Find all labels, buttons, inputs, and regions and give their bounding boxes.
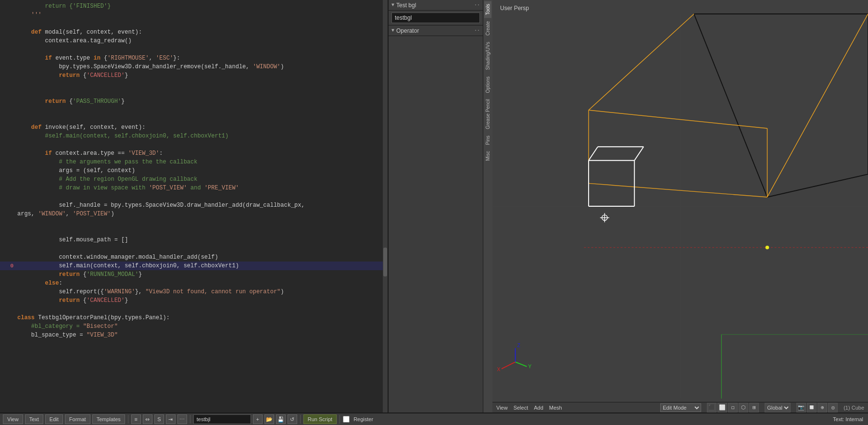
- code-line[interactable]: [0, 140, 388, 149]
- register-checkbox[interactable]: [343, 416, 350, 423]
- code-line[interactable]: [0, 88, 388, 97]
- run-script-btn[interactable]: Run Script: [303, 414, 337, 424]
- code-line[interactable]: bl_space_type = "VIEW_3D": [0, 331, 388, 339]
- panel-options-btn[interactable]: ··: [474, 2, 480, 8]
- line-code[interactable]: args = (self, context): [17, 167, 386, 174]
- vp-select-btn[interactable]: Select: [514, 405, 528, 411]
- operator-options-btn[interactable]: ··: [474, 28, 480, 33]
- code-line[interactable]: else:: [0, 279, 388, 288]
- indent-btn[interactable]: ⇥: [166, 414, 176, 424]
- scrollbar-thumb[interactable]: [383, 248, 387, 276]
- line-code[interactable]: context.area.tag_redraw(): [17, 38, 386, 44]
- code-line[interactable]: [0, 227, 388, 236]
- reload-btn[interactable]: ↺: [288, 414, 297, 424]
- format-menu-btn[interactable]: Format: [65, 414, 90, 424]
- line-code[interactable]: ''': [17, 12, 386, 18]
- code-line[interactable]: return {'FINISHED'}: [0, 2, 388, 11]
- vtab-tools[interactable]: Tools: [484, 1, 491, 18]
- viewport-3d[interactable]: User Persp: [492, 0, 868, 412]
- code-line[interactable]: if context.area.type == 'VIEW_3D':: [0, 149, 388, 158]
- code-line[interactable]: self.mouse_path = []: [0, 236, 388, 244]
- code-line[interactable]: return {'CANCELLED'}: [0, 296, 388, 305]
- word-wrap-btn[interactable]: ⇔: [143, 414, 152, 424]
- line-code[interactable]: #bl_category = "Bisector": [17, 323, 386, 330]
- code-line[interactable]: # draw in view space with 'POST_VIEW' an…: [0, 184, 388, 192]
- open-file-btn[interactable]: 📂: [264, 414, 274, 424]
- line-code[interactable]: context.window_manager.modal_handler_add…: [17, 254, 386, 261]
- vp-icon-3[interactable]: ◻: [728, 403, 738, 412]
- code-line[interactable]: if event.type in {'RIGHTMOUSE', 'ESC'}:: [0, 54, 388, 62]
- vp-global-select[interactable]: Global Local: [765, 403, 791, 412]
- code-line[interactable]: class TestbglOperatorPanel(bpy.types.Pan…: [0, 313, 388, 322]
- vtab-options[interactable]: Options: [484, 74, 491, 96]
- code-line[interactable]: [0, 19, 388, 28]
- vtab-shading-uvs[interactable]: Shading/UVs: [484, 39, 491, 73]
- code-editor[interactable]: return {'FINISHED'} ''' def modal(self, …: [0, 0, 389, 412]
- code-line[interactable]: self._handle = bpy.types.SpaceView3D.dra…: [0, 201, 388, 210]
- vp-mesh-btn[interactable]: Mesh: [549, 405, 562, 411]
- code-line[interactable]: ''': [0, 11, 388, 19]
- text-menu-btn[interactable]: Text: [25, 414, 43, 424]
- line-code[interactable]: self.mouse_path = []: [17, 237, 386, 243]
- edit-menu-btn[interactable]: Edit: [45, 414, 63, 424]
- filename-input[interactable]: [193, 414, 251, 424]
- code-line[interactable]: 0 self.main(context, self.chboxjoin0, se…: [0, 262, 388, 270]
- line-code[interactable]: self.report({'WARNING'}, "View3D not fou…: [17, 288, 386, 295]
- line-code[interactable]: if context.area.type == 'VIEW_3D':: [17, 150, 386, 157]
- line-code[interactable]: return {'RUNNING_MODAL'}: [17, 271, 386, 278]
- code-scrollbar[interactable]: [383, 0, 388, 412]
- code-line[interactable]: context.area.tag_redraw(): [0, 37, 388, 45]
- code-line[interactable]: self.report({'WARNING'}, "View3D not fou…: [0, 288, 388, 296]
- code-line[interactable]: return {'CANCELLED'}: [0, 71, 388, 80]
- syntax-btn[interactable]: S: [154, 414, 164, 424]
- operator-collapse-arrow[interactable]: ▼: [391, 28, 394, 33]
- line-code[interactable]: self.main(context, self.chboxjoin0, self…: [17, 262, 386, 269]
- line-code[interactable]: bpy.types.SpaceView3D.draw_handler_remov…: [17, 63, 386, 70]
- line-code[interactable]: # Add the region OpenGL drawing callback: [17, 176, 386, 183]
- vtab-misc[interactable]: Misc: [484, 148, 491, 164]
- line-code[interactable]: if event.type in {'RIGHTMOUSE', 'ESC'}:: [17, 55, 386, 62]
- vp-icon-4[interactable]: ⬡: [739, 403, 748, 412]
- code-line[interactable]: def invoke(self, context, event):: [0, 123, 388, 132]
- line-code[interactable]: #self.main(context, self.chboxjoin0, sel…: [17, 133, 386, 139]
- code-line[interactable]: args = (self, context): [0, 166, 388, 175]
- code-line[interactable]: # the arguments we pass the the callback: [0, 158, 388, 166]
- vp-icon-1[interactable]: ⬛: [707, 403, 717, 412]
- vp-snap-icon[interactable]: ⊕: [818, 403, 827, 412]
- code-content[interactable]: return {'FINISHED'} ''' def modal(self, …: [0, 0, 388, 412]
- code-line[interactable]: def modal(self, context, event):: [0, 28, 388, 37]
- vtab-create[interactable]: Create: [484, 18, 491, 38]
- new-file-btn[interactable]: +: [253, 414, 263, 424]
- code-line[interactable]: [0, 114, 388, 123]
- line-code[interactable]: args, 'WINDOW', 'POST_VIEW'): [17, 211, 386, 217]
- name-input[interactable]: [391, 12, 480, 23]
- line-code[interactable]: self._handle = bpy.types.SpaceView3D.dra…: [17, 202, 386, 209]
- line-code[interactable]: class TestbglOperatorPanel(bpy.types.Pan…: [17, 314, 386, 321]
- line-code[interactable]: # the arguments we pass the the callback: [17, 159, 386, 165]
- line-code[interactable]: return {'CANCELLED'}: [17, 72, 386, 79]
- panel-collapse-arrow[interactable]: ▼: [391, 2, 394, 8]
- extra-btn[interactable]: ⋯: [177, 414, 187, 424]
- code-line[interactable]: return {'PASS_THROUGH'}: [0, 97, 388, 106]
- vp-camera-icon[interactable]: 📷: [796, 403, 806, 412]
- line-code[interactable]: return {'CANCELLED'}: [17, 297, 386, 304]
- vp-view-btn[interactable]: View: [496, 405, 508, 411]
- code-line[interactable]: # Add the region OpenGL drawing callback: [0, 175, 388, 184]
- code-line[interactable]: [0, 192, 388, 201]
- vp-add-btn[interactable]: Add: [534, 405, 543, 411]
- vp-render-icon[interactable]: 🔲: [807, 403, 817, 412]
- line-code[interactable]: bl_space_type = "VIEW_3D": [17, 332, 386, 338]
- templates-menu-btn[interactable]: Templates: [92, 414, 125, 424]
- vp-icon-2[interactable]: ⬜: [717, 403, 727, 412]
- code-line[interactable]: [0, 106, 388, 114]
- view-menu-btn[interactable]: View: [3, 414, 23, 424]
- code-line[interactable]: [0, 80, 388, 88]
- line-code[interactable]: def invoke(self, context, event):: [17, 124, 386, 131]
- code-line[interactable]: [0, 244, 388, 253]
- vp-mode-select[interactable]: Edit Mode Object Mode: [660, 403, 701, 412]
- code-line[interactable]: #self.main(context, self.chboxjoin0, sel…: [0, 132, 388, 140]
- line-code[interactable]: else:: [17, 280, 386, 287]
- code-line[interactable]: [0, 305, 388, 313]
- line-code[interactable]: # draw in view space with 'POST_VIEW' an…: [17, 185, 386, 191]
- line-code[interactable]: def modal(self, context, event):: [17, 29, 386, 36]
